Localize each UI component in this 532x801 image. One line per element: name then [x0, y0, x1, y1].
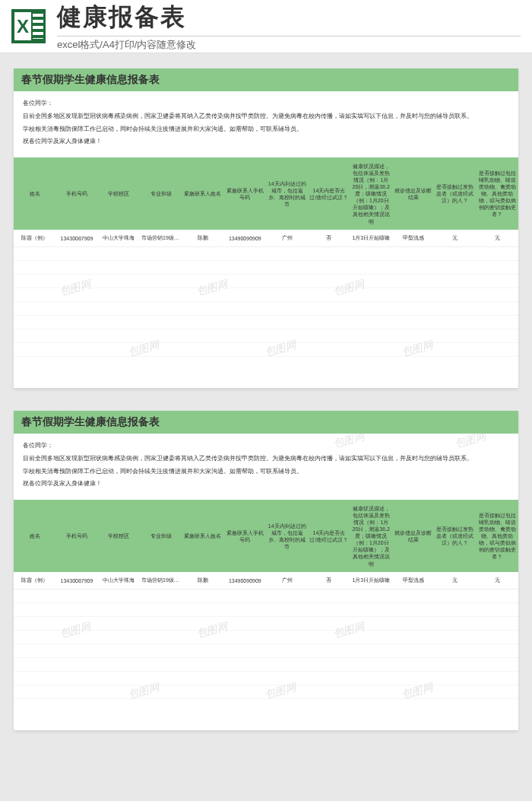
cell: 13490090909 — [224, 230, 266, 247]
table-row: 陈霞（例） 13430087909 中山大学珠海 市场营销19级2班 陈鹏 13… — [14, 572, 518, 590]
col-header: 是否接触过发热患者（或途经武汉）的人？ — [434, 157, 476, 230]
cell: 1月3日开始咳嗽 — [350, 572, 392, 590]
cell: 否 — [308, 572, 350, 590]
table-row — [14, 302, 518, 316]
col-header: 是否接触过发热患者（或途经武汉）的人？ — [434, 500, 476, 572]
cell: 陈霞（例） — [14, 572, 55, 590]
col-header: 专业班级 — [140, 500, 182, 572]
cell: 无 — [434, 572, 476, 590]
cell: 陈鹏 — [182, 230, 223, 247]
sheet-preview-2: 春节假期学生健康信息报备表 各位同学： 目前全国多地区发现新型冠状病毒感染病例，… — [14, 411, 518, 730]
cell: 甲型流感 — [392, 230, 434, 247]
col-header: 14天内到达过的城市，包括返乡、离校时的城市 — [266, 157, 308, 230]
notice-line: 目前全国多地区发现新型冠状病毒感染病例，国家卫健委将其纳入乙类传染病并按甲类防控… — [23, 454, 509, 464]
col-header: 是否接触过包括哺乳动物、啮齿类动物、禽类动物、其他类动物，或与类似病例的密切接触… — [477, 500, 518, 572]
cell: 无 — [477, 230, 518, 247]
col-header: 手机号码 — [55, 157, 97, 230]
col-header: 就诊信息及诊断结果 — [392, 157, 434, 230]
table-row — [14, 644, 518, 658]
excel-icon — [11, 9, 46, 43]
notice-line: 祝各位同学及家人身体健康！ — [23, 137, 509, 147]
cell: 陈鹏 — [182, 572, 223, 590]
table-header-row: 姓名 手机号码 学校校区 专业班级 紧急联系人姓名 紧急联系人手机号码 14天内… — [14, 157, 518, 230]
col-header: 紧急联系人姓名 — [182, 500, 223, 572]
cell: 13490090909 — [224, 572, 266, 590]
cell: 1月3日开始咳嗽 — [350, 230, 392, 247]
col-header: 健康状况描述，包括体温及发热情况（例：1月20日，测温36.2度；咳嗽情况（例：… — [350, 157, 392, 230]
table-row — [14, 247, 518, 261]
header-text: 健康报备表 excel格式/A4打印/内容随意修改 — [57, 1, 521, 52]
col-header: 姓名 — [14, 500, 55, 572]
header-bar: 健康报备表 excel格式/A4打印/内容随意修改 — [0, 0, 532, 53]
table-row — [14, 672, 518, 685]
table-row — [14, 603, 518, 617]
cell: 否 — [308, 230, 350, 247]
col-header: 紧急联系人手机号码 — [224, 500, 266, 572]
col-header: 学校校区 — [98, 157, 140, 230]
cell: 市场营销19级2班 — [140, 230, 182, 247]
cell: 陈霞（例） — [14, 230, 55, 247]
col-header: 姓名 — [14, 157, 55, 230]
page-title: 健康报备表 — [57, 1, 521, 34]
notice-greeting: 各位同学： — [23, 99, 509, 109]
table-row — [14, 590, 518, 603]
notice-block: 各位同学： 目前全国多地区发现新型冠状病毒感染病例，国家卫健委将其纳入乙类传染病… — [14, 91, 518, 157]
cell: 中山大学珠海 — [98, 230, 140, 247]
table-row — [14, 288, 518, 302]
data-table: 姓名 手机号码 学校校区 专业班级 紧急联系人姓名 紧急联系人手机号码 14天内… — [14, 500, 518, 699]
page-container: 春节假期学生健康信息报备表 各位同学： 目前全国多地区发现新型冠状病毒感染病例，… — [0, 53, 532, 768]
table-row — [14, 658, 518, 672]
cell: 无 — [434, 230, 476, 247]
table-row: 陈霞（例） 13430087909 中山大学珠海 市场营销19级2班 陈鹏 13… — [14, 230, 518, 247]
col-header: 健康状况描述，包括体温及发热情况（例：1月20日，测温36.2度；咳嗽情况（例：… — [350, 500, 392, 572]
sheet-title: 春节假期学生健康信息报备表 — [14, 411, 518, 434]
notice-greeting: 各位同学： — [23, 441, 509, 451]
col-header: 14天内到达过的城市，包括返乡、离校时的城市 — [266, 500, 308, 572]
table-row — [14, 631, 518, 644]
cell: 中山大学珠海 — [98, 572, 140, 590]
cell: 广州 — [266, 572, 308, 590]
table-row — [14, 617, 518, 631]
notice-line: 目前全国多地区发现新型冠状病毒感染病例，国家卫健委将其纳入乙类传染病并按甲类防控… — [23, 112, 509, 122]
cell: 甲型流感 — [392, 572, 434, 590]
table-header-row: 姓名 手机号码 学校校区 专业班级 紧急联系人姓名 紧急联系人手机号码 14天内… — [14, 500, 518, 572]
notice-line: 学校相关清毒预防保障工作已启动，同时会持续关注疫情进展并和大家沟通。如需帮助，可… — [23, 467, 509, 477]
table-row — [14, 329, 518, 343]
sheet-title: 春节假期学生健康信息报备表 — [14, 68, 518, 91]
col-header: 14天内是否去过/途经过武汉？ — [308, 157, 350, 230]
col-header: 紧急联系人姓名 — [182, 157, 223, 230]
cell: 广州 — [266, 230, 308, 247]
notice-block: 各位同学： 目前全国多地区发现新型冠状病毒感染病例，国家卫健委将其纳入乙类传染病… — [14, 434, 518, 500]
col-header: 紧急联系人手机号码 — [224, 157, 266, 230]
cell: 13430087909 — [55, 572, 97, 590]
cell: 市场营销19级2班 — [140, 572, 182, 590]
cell: 13430087909 — [55, 230, 97, 247]
col-header: 14天内是否去过/途经过武汉？ — [308, 500, 350, 572]
table-row — [14, 316, 518, 329]
col-header: 学校校区 — [98, 500, 140, 572]
sheet-preview-1: 春节假期学生健康信息报备表 各位同学： 目前全国多地区发现新型冠状病毒感染病例，… — [14, 68, 518, 388]
col-header: 专业班级 — [140, 157, 182, 230]
table-row — [14, 261, 518, 275]
data-table: 姓名 手机号码 学校校区 专业班级 紧急联系人姓名 紧急联系人手机号码 14天内… — [14, 157, 518, 357]
table-row — [14, 685, 518, 699]
table-row — [14, 275, 518, 288]
col-header: 是否接触过包括哺乳动物、啮齿类动物、禽类动物、其他类动物，或与类似病例的密切接触… — [477, 157, 518, 230]
table-row — [14, 343, 518, 357]
notice-line: 学校相关清毒预防保障工作已启动，同时会持续关注疫情进展并和大家沟通。如需帮助，可… — [23, 125, 509, 135]
col-header: 手机号码 — [55, 500, 97, 572]
notice-line: 祝各位同学及家人身体健康！ — [23, 479, 509, 489]
page-subtitle: excel格式/A4打印/内容随意修改 — [57, 36, 521, 52]
col-header: 就诊信息及诊断结果 — [392, 500, 434, 572]
cell: 无 — [477, 572, 518, 590]
